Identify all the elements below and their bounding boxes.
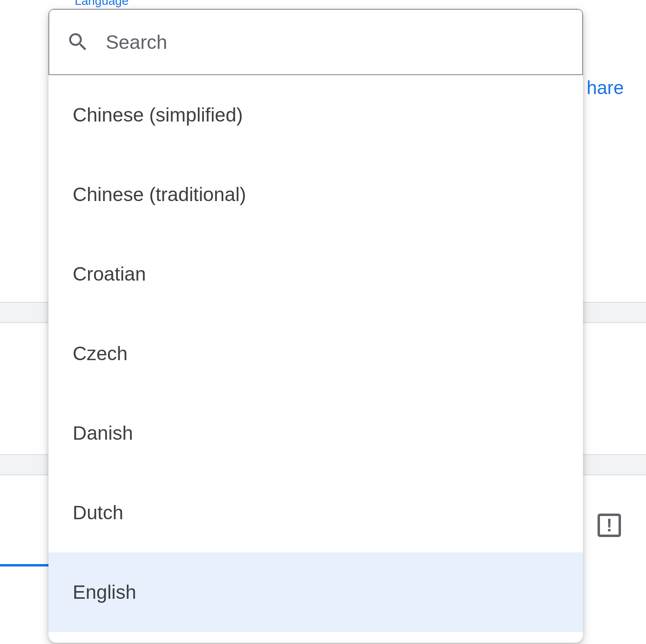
background-link-fragment[interactable]: hare	[587, 77, 624, 99]
language-option[interactable]: Danish	[48, 393, 583, 473]
search-row	[48, 9, 583, 75]
announcement-icon[interactable]	[598, 514, 621, 537]
search-input[interactable]	[106, 31, 565, 53]
language-option[interactable]: Chinese (simplified)	[48, 75, 583, 155]
search-icon	[66, 30, 90, 54]
language-option[interactable]: Czech	[48, 314, 583, 393]
tab-underline	[0, 564, 52, 566]
language-options-list: Chinese (simplified) Chinese (traditiona…	[48, 75, 583, 632]
language-option[interactable]: Chinese (traditional)	[48, 155, 583, 234]
language-field-label: Language	[75, 0, 128, 8]
language-option[interactable]: Dutch	[48, 473, 583, 552]
language-dropdown: Chinese (simplified) Chinese (traditiona…	[48, 9, 583, 643]
language-option[interactable]: English	[48, 552, 583, 632]
language-option[interactable]: Croatian	[48, 234, 583, 314]
